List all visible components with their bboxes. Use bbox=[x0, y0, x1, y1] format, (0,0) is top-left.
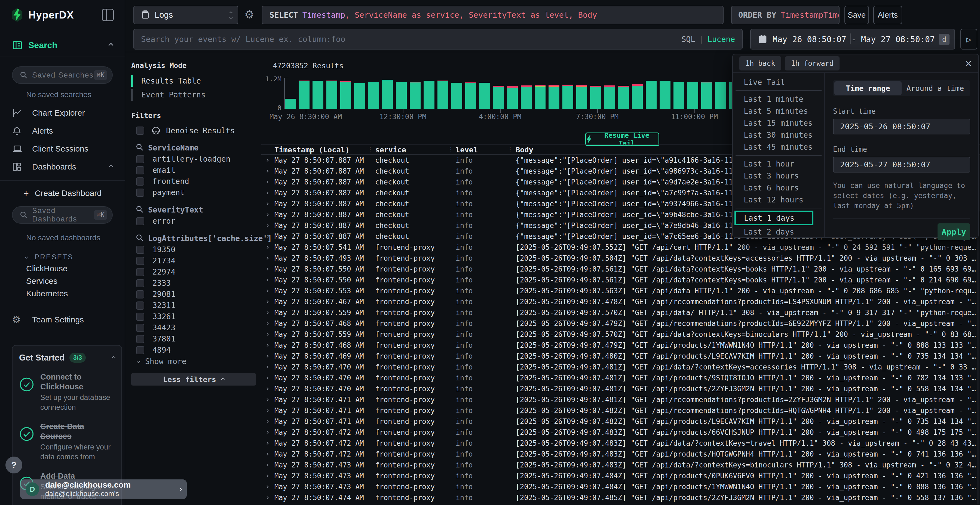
get-started-step[interactable]: Create Data SourcesConfigure where your … bbox=[19, 421, 115, 462]
filter-value-row[interactable]: 33261 bbox=[131, 311, 256, 322]
expand-row-icon[interactable] bbox=[261, 442, 273, 444]
histogram-bar[interactable] bbox=[618, 86, 629, 109]
time-preset-last-5-minutes[interactable]: Last 5 minutes bbox=[733, 105, 824, 117]
histogram-bar[interactable] bbox=[285, 99, 296, 109]
histogram-bar[interactable] bbox=[479, 83, 490, 109]
create-dashboard-button[interactable]: + Create Dashboard bbox=[0, 185, 125, 201]
lucene-toggle[interactable]: Lucene bbox=[708, 35, 735, 44]
histogram-bar[interactable] bbox=[549, 85, 559, 109]
table-row[interactable]: May 27 8:50:07.493 AMfrontend-proxyinfo[… bbox=[261, 253, 980, 264]
expand-row-icon[interactable] bbox=[261, 377, 273, 379]
sidebar-collapse-icon[interactable] bbox=[102, 9, 114, 21]
histogram-bar[interactable] bbox=[396, 82, 407, 109]
source-settings-gear-icon[interactable]: ⚙ bbox=[245, 8, 254, 21]
filter-value-row[interactable]: 29081 bbox=[131, 289, 256, 300]
filter-value-row[interactable]: 37801 bbox=[131, 333, 256, 345]
expand-row-icon[interactable] bbox=[261, 431, 273, 434]
expand-row-icon[interactable] bbox=[261, 159, 273, 161]
resume-live-tail-button[interactable]: Resume Live Tail bbox=[585, 132, 659, 146]
table-row[interactable]: May 27 8:50:07.474 AMfrontend-proxyinfo[… bbox=[261, 492, 980, 503]
apply-button[interactable]: Apply bbox=[937, 223, 970, 240]
table-row[interactable]: May 27 8:50:07.468 AMfrontend-proxyinfo[… bbox=[261, 340, 980, 351]
expand-row-icon[interactable] bbox=[261, 235, 273, 238]
histogram-bar[interactable] bbox=[410, 82, 421, 109]
filter-value-row[interactable]: 21734 bbox=[131, 255, 256, 266]
table-row[interactable]: May 27 8:50:07.471 AMfrontend-proxyinfo[… bbox=[261, 416, 980, 427]
order-by-editor[interactable]: ORDER BY TimestampTime DESC bbox=[731, 6, 840, 24]
preset-dashboard-services[interactable]: Services bbox=[0, 275, 125, 287]
expand-row-icon[interactable] bbox=[261, 322, 273, 325]
checkbox[interactable] bbox=[136, 127, 144, 135]
checkbox[interactable] bbox=[136, 324, 144, 332]
expand-row-icon[interactable] bbox=[261, 170, 273, 172]
close-icon[interactable]: × bbox=[965, 58, 972, 69]
filter-value-row[interactable]: frontend bbox=[131, 176, 256, 187]
filter-value-row[interactable]: artillery-loadgen bbox=[131, 154, 256, 165]
histogram-bar[interactable] bbox=[438, 81, 449, 109]
histogram-bar[interactable] bbox=[715, 82, 726, 109]
less-filters-button[interactable]: Less filters bbox=[131, 373, 256, 386]
expand-row-icon[interactable] bbox=[261, 453, 273, 455]
time-preset-last-15-minutes[interactable]: Last 15 minutes bbox=[733, 117, 824, 129]
analysis-mode-results-table[interactable]: Results Table bbox=[131, 74, 256, 88]
table-row[interactable]: May 27 8:50:07.553 AMfrontend-proxyinfo[… bbox=[261, 286, 980, 296]
sidebar-item-dashboards[interactable]: Dashboards bbox=[0, 158, 125, 176]
column-header-timestamp[interactable]: Timestamp (Local) bbox=[273, 146, 374, 154]
expand-row-icon[interactable] bbox=[261, 355, 273, 357]
table-row[interactable]: May 27 8:50:07.471 AMfrontend-proxyinfo[… bbox=[261, 405, 980, 416]
run-query-button[interactable]: ▷ bbox=[960, 29, 977, 49]
expand-row-icon[interactable] bbox=[261, 497, 273, 499]
checkbox[interactable] bbox=[136, 290, 144, 299]
expand-row-icon[interactable] bbox=[261, 268, 273, 270]
column-resize-handle[interactable]: ⋮ bbox=[367, 146, 374, 154]
histogram-bar[interactable] bbox=[604, 86, 615, 109]
expand-row-icon[interactable] bbox=[261, 279, 273, 281]
histogram-bar[interactable] bbox=[701, 82, 712, 109]
alerts-button[interactable]: Alerts bbox=[873, 6, 902, 24]
histogram-bar[interactable] bbox=[340, 81, 351, 109]
histogram-bar[interactable] bbox=[326, 81, 337, 109]
filter-value-row[interactable]: 22974 bbox=[131, 266, 256, 278]
checkbox[interactable] bbox=[136, 279, 144, 287]
histogram-bar[interactable] bbox=[299, 81, 310, 109]
histogram-bar[interactable] bbox=[451, 83, 462, 109]
saved-searches-input[interactable]: Saved Searches ⌘K bbox=[12, 67, 113, 84]
sidebar-item-client-sessions[interactable]: Client Sessions bbox=[0, 140, 125, 158]
show-more-button[interactable]: Show more bbox=[131, 356, 256, 367]
checkbox[interactable] bbox=[136, 257, 144, 265]
histogram-bar[interactable] bbox=[646, 81, 657, 109]
histogram-bar[interactable] bbox=[535, 85, 546, 109]
time-preset-last-45-minutes[interactable]: Last 45 minutes bbox=[733, 141, 824, 153]
expand-row-icon[interactable] bbox=[261, 203, 273, 205]
checkbox[interactable] bbox=[136, 246, 144, 254]
table-row[interactable]: May 27 8:50:07.473 AMfrontend-proxyinfo[… bbox=[261, 481, 980, 492]
filter-value-row[interactable]: error bbox=[131, 216, 256, 227]
sql-toggle[interactable]: SQL bbox=[681, 35, 695, 44]
expand-row-icon[interactable] bbox=[261, 246, 273, 248]
table-row[interactable]: May 27 8:50:07.473 AMfrontend-proxyinfo[… bbox=[261, 460, 980, 470]
search-input[interactable]: Search your events w/ Lucene ex. column:… bbox=[134, 29, 743, 49]
time-preset-last-1-days[interactable]: Last 1 days bbox=[735, 211, 813, 225]
table-row[interactable]: May 27 8:50:07.468 AMfrontend-proxyinfo[… bbox=[261, 318, 980, 329]
filter-value-row[interactable]: 19350 bbox=[131, 244, 256, 255]
save-button[interactable]: Save bbox=[845, 6, 869, 24]
column-header-service[interactable]: service bbox=[374, 146, 454, 154]
histogram-bar[interactable] bbox=[382, 80, 393, 109]
table-row[interactable]: May 27 8:50:07.470 AMfrontend-proxyinfo[… bbox=[261, 362, 980, 373]
table-row[interactable]: May 27 8:50:07.559 AMfrontend-proxyinfo[… bbox=[261, 329, 980, 340]
sidebar-item-team-settings[interactable]: ⚙ Team Settings bbox=[0, 311, 125, 329]
checkbox[interactable] bbox=[136, 166, 144, 175]
checkbox[interactable] bbox=[136, 189, 144, 197]
histogram-bar[interactable] bbox=[562, 85, 573, 109]
column-header-level[interactable]: level bbox=[454, 146, 514, 154]
expand-row-icon[interactable] bbox=[261, 290, 273, 292]
search-icon[interactable] bbox=[135, 143, 144, 152]
histogram-bar[interactable] bbox=[312, 81, 323, 109]
histogram-bar[interactable] bbox=[368, 82, 379, 109]
source-select[interactable]: Logs bbox=[134, 6, 238, 24]
filter-value-row[interactable]: payment bbox=[131, 187, 256, 198]
checkbox[interactable] bbox=[136, 335, 144, 343]
table-row[interactable]: May 27 8:50:07.469 AMfrontend-proxyinfo[… bbox=[261, 351, 980, 362]
checkbox[interactable] bbox=[136, 313, 144, 321]
histogram-bar[interactable] bbox=[354, 83, 365, 109]
